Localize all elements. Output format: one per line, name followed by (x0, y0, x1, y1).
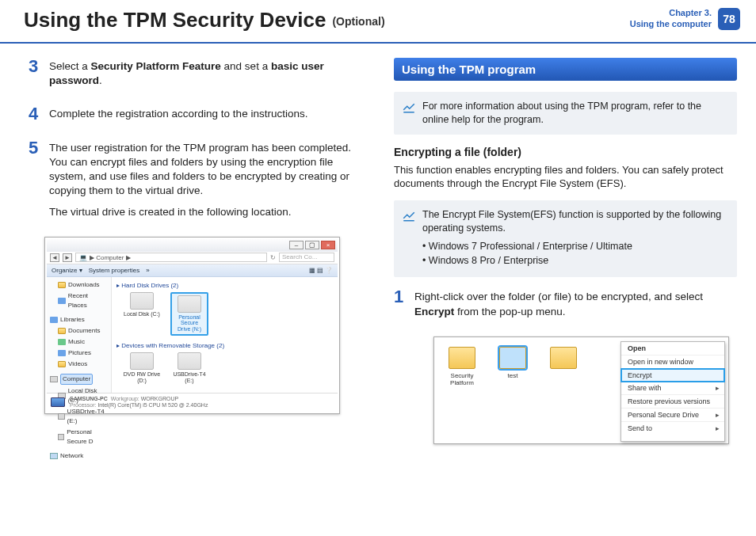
address-bar[interactable]: 💻 ▶ Computer ▶ (75, 253, 267, 262)
window-titlebar: – ▢ × (47, 239, 338, 252)
info-note: For more information about using the TPM… (394, 92, 737, 135)
dvd-icon (130, 352, 154, 370)
search-input[interactable]: Search Co... (279, 253, 334, 262)
usb-icon (178, 352, 201, 370)
libraries-icon (50, 317, 58, 323)
refresh-icon[interactable]: ↻ (270, 254, 276, 261)
step-body: The user registration for the TPM progra… (49, 139, 372, 226)
chevron-right-icon: ▸ (716, 411, 720, 419)
drive-personal-secure[interactable]: Personal Secure Drive (N:) (170, 292, 208, 336)
menu-open[interactable]: Open (621, 342, 724, 355)
step-body: Complete the registration according to t… (49, 105, 372, 127)
context-menu-screenshot: Security Platform test Open Open in new … (433, 336, 729, 444)
group-hdd[interactable]: ▸ Hard Disk Drives (2) (116, 282, 333, 289)
step-5: 5 The user registration for the TPM prog… (29, 139, 372, 226)
section-heading: Using the TPM program (394, 58, 737, 81)
details-text: SAMSUNG-PC Workgroup: WORKGROUP Processo… (70, 396, 208, 409)
nav-recent[interactable]: Recent Places (50, 291, 108, 311)
music-icon (58, 339, 66, 345)
nav-documents[interactable]: Documents (50, 325, 108, 336)
nav-pictures[interactable]: Pictures (50, 348, 108, 359)
network-icon (50, 453, 58, 459)
usb-icon (58, 413, 65, 420)
removable-row: DVD RW Drive (D:) USBDrive-T4 (E:) (123, 352, 333, 383)
folder-icon (499, 347, 526, 369)
chevron-right-icon: ▸ (716, 384, 720, 392)
folder-icon (449, 347, 475, 369)
menu-send-to[interactable]: Send to▸ (621, 422, 724, 435)
os-list: Windows 7 Professional / Enterprise / Ul… (422, 240, 727, 268)
explorer-screenshot: – ▢ × ◄ ► 💻 ▶ Computer ▶ ↻ Search Co... … (44, 237, 340, 414)
view-icons[interactable]: ▦ ▤ ❔ (309, 267, 333, 274)
nav-network[interactable]: Network (50, 450, 108, 462)
menu-open-new-window[interactable]: Open in new window (621, 355, 724, 369)
system-properties-button[interactable]: System properties (89, 267, 139, 274)
videos-icon (58, 361, 66, 367)
drive-usb[interactable]: USBDrive-T4 (E:) (170, 352, 208, 383)
maximize-button[interactable]: ▢ (305, 241, 319, 249)
folder-icon (58, 282, 66, 288)
nav-pane: Downloads Recent Places Libraries Docume… (47, 277, 112, 393)
note-icon (402, 208, 416, 222)
step-1: 1 Right-click over the folder (or file) … (394, 288, 737, 325)
nav-usb-t4[interactable]: USBDrive-T4 (E:) (50, 406, 108, 427)
step-body: Right-click over the folder (or file) to… (414, 288, 737, 325)
content-pane: ▸ Hard Disk Drives (2) Local Disk (C:) P… (112, 277, 338, 393)
content-columns: 3 Select a Security Platform Feature and… (0, 44, 756, 444)
chapter-info: Chapter 3. Using the computer (630, 8, 712, 30)
menu-restore-previous[interactable]: Restore previous versions (621, 395, 724, 409)
step-number: 5 (29, 139, 41, 226)
minimize-button[interactable]: – (289, 241, 304, 249)
folder-test-selected[interactable]: test (493, 347, 533, 379)
menu-encrypt[interactable]: Encrypt (620, 368, 725, 382)
note-icon (402, 100, 416, 114)
hdd-row: Local Disk (C:) Personal Secure Drive (N… (123, 292, 333, 336)
drive-local-c[interactable]: Local Disk (C:) (123, 292, 161, 336)
folder-unnamed[interactable] (544, 347, 583, 379)
address-bar-row: ◄ ► 💻 ▶ Computer ▶ ↻ Search Co... (47, 252, 338, 264)
explorer-body: Downloads Recent Places Libraries Docume… (47, 277, 338, 393)
secure-drive-icon (58, 434, 64, 440)
pictures-icon (58, 350, 66, 356)
nav-music[interactable]: Music (50, 336, 108, 348)
organize-menu[interactable]: Organize ▾ (52, 267, 82, 274)
computer-icon: 💻 (79, 254, 87, 261)
step-3: 3 Select a Security Platform Feature and… (29, 58, 372, 94)
list-item: Windows 7 Professional / Enterprise / Ul… (422, 240, 727, 253)
recent-icon (58, 298, 66, 304)
chapter-block: Chapter 3. Using the computer 78 (630, 8, 740, 30)
disk-icon (130, 292, 154, 310)
nav-back-button[interactable]: ◄ (50, 253, 59, 262)
page-number-badge: 78 (718, 8, 740, 30)
page-number: 78 (723, 13, 735, 25)
title-block: Using the TPM Security Device (Optional) (24, 8, 385, 32)
chapter-number: Chapter 3. (630, 8, 712, 19)
page-header: Using the TPM Security Device (Optional)… (0, 0, 756, 44)
page-title-suffix: (Optional) (332, 15, 384, 28)
command-bar: Organize ▾ System properties » ▦ ▤ ❔ (47, 264, 338, 277)
menu-share-with[interactable]: Share with▸ (621, 382, 724, 395)
context-menu: Open Open in new window Encrypt Share wi… (620, 341, 725, 442)
group-removable[interactable]: ▸ Devices with Removable Storage (2) (116, 342, 333, 349)
left-column: 3 Select a Security Platform Feature and… (29, 58, 372, 444)
folder-area: Security Platform test (436, 339, 620, 442)
nav-psd[interactable]: Personal Secure D (50, 427, 108, 447)
toolbar-overflow[interactable]: » (146, 267, 149, 274)
folder-security-platform[interactable]: Security Platform (442, 347, 482, 386)
note-text: For more information about using the TPM… (422, 100, 727, 127)
paragraph: This function enables encrypting files a… (394, 163, 737, 191)
nav-computer[interactable]: Computer (50, 373, 108, 386)
nav-forward-button[interactable]: ► (63, 253, 72, 262)
note-body: The Encrypt File System(EFS) function is… (422, 208, 727, 270)
menu-personal-secure-drive[interactable]: Personal Secure Drive▸ (621, 409, 724, 422)
nav-videos[interactable]: Videos (50, 359, 108, 370)
nav-libraries[interactable]: Libraries (50, 314, 108, 325)
secure-drive-icon (178, 295, 201, 313)
nav-downloads[interactable]: Downloads (50, 279, 108, 291)
info-note-os: The Encrypt File System(EFS) function is… (394, 200, 737, 278)
close-button[interactable]: × (321, 241, 335, 249)
step-number: 1 (394, 288, 407, 325)
computer-icon (51, 397, 65, 407)
drive-dvd[interactable]: DVD RW Drive (D:) (123, 352, 161, 383)
chevron-right-icon: ▸ (716, 424, 720, 432)
